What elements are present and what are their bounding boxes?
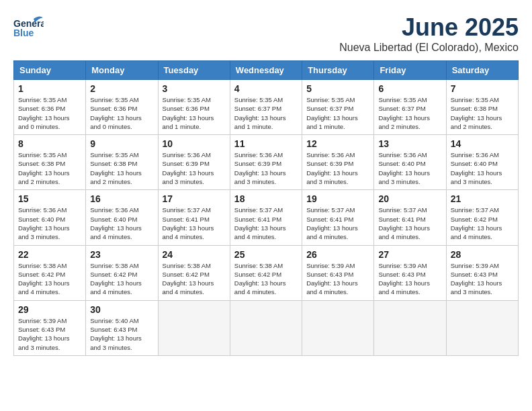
empty-cell: [374, 300, 446, 355]
day-info: Sunrise: 5:37 AMSunset: 6:41 PMDaylight:…: [163, 205, 226, 241]
day-info: Sunrise: 5:39 AMSunset: 6:43 PMDaylight:…: [18, 316, 81, 352]
day-info: Sunrise: 5:36 AMSunset: 6:40 PMDaylight:…: [18, 205, 81, 241]
day-info: Sunrise: 5:36 AMSunset: 6:39 PMDaylight:…: [234, 150, 298, 186]
location-title: Nueva Libertad (El Colorado), Mexico: [339, 42, 519, 54]
day-cell-5: 5Sunrise: 5:35 AMSunset: 6:37 PMDaylight…: [302, 80, 374, 135]
day-number: 15: [18, 193, 81, 204]
day-cell-22: 22Sunrise: 5:38 AMSunset: 6:42 PMDayligh…: [14, 245, 86, 300]
day-cell-8: 8Sunrise: 5:35 AMSunset: 6:38 PMDaylight…: [14, 135, 86, 190]
day-cell-28: 28Sunrise: 5:39 AMSunset: 6:43 PMDayligh…: [446, 245, 518, 300]
day-cell-26: 26Sunrise: 5:39 AMSunset: 6:43 PMDayligh…: [302, 245, 374, 300]
day-cell-7: 7Sunrise: 5:35 AMSunset: 6:38 PMDaylight…: [446, 80, 518, 135]
day-cell-2: 2Sunrise: 5:35 AMSunset: 6:36 PMDaylight…: [86, 80, 158, 135]
day-number: 25: [234, 249, 298, 260]
day-info: Sunrise: 5:35 AMSunset: 6:37 PMDaylight:…: [306, 95, 369, 131]
day-info: Sunrise: 5:36 AMSunset: 6:39 PMDaylight:…: [163, 150, 226, 186]
weekday-header-wednesday: Wednesday: [230, 61, 302, 80]
title-section: June 2025 Nueva Libertad (El Colorado), …: [339, 13, 519, 54]
calendar: SundayMondayTuesdayWednesdayThursdayFrid…: [13, 60, 519, 356]
day-number: 26: [306, 249, 369, 260]
empty-cell: [158, 300, 230, 355]
day-info: Sunrise: 5:37 AMSunset: 6:41 PMDaylight:…: [234, 205, 298, 241]
day-number: 7: [451, 83, 514, 94]
day-cell-24: 24Sunrise: 5:38 AMSunset: 6:42 PMDayligh…: [158, 245, 230, 300]
calendar-row: 1Sunrise: 5:35 AMSunset: 6:36 PMDaylight…: [14, 80, 519, 135]
day-cell-29: 29Sunrise: 5:39 AMSunset: 6:43 PMDayligh…: [14, 300, 86, 355]
weekday-header-monday: Monday: [86, 61, 158, 80]
day-info: Sunrise: 5:39 AMSunset: 6:43 PMDaylight:…: [306, 261, 369, 297]
weekday-header-sunday: Sunday: [14, 61, 86, 80]
calendar-row: 22Sunrise: 5:38 AMSunset: 6:42 PMDayligh…: [14, 245, 519, 300]
day-number: 14: [451, 138, 514, 149]
day-info: Sunrise: 5:35 AMSunset: 6:38 PMDaylight:…: [451, 95, 514, 131]
empty-cell: [230, 300, 302, 355]
day-cell-15: 15Sunrise: 5:36 AMSunset: 6:40 PMDayligh…: [14, 190, 86, 245]
day-info: Sunrise: 5:38 AMSunset: 6:42 PMDaylight:…: [234, 261, 298, 297]
day-cell-10: 10Sunrise: 5:36 AMSunset: 6:39 PMDayligh…: [158, 135, 230, 190]
day-cell-25: 25Sunrise: 5:38 AMSunset: 6:42 PMDayligh…: [230, 245, 302, 300]
day-cell-6: 6Sunrise: 5:35 AMSunset: 6:37 PMDaylight…: [374, 80, 446, 135]
day-info: Sunrise: 5:35 AMSunset: 6:37 PMDaylight:…: [378, 95, 441, 131]
day-number: 10: [163, 138, 226, 149]
calendar-row: 29Sunrise: 5:39 AMSunset: 6:43 PMDayligh…: [14, 300, 519, 355]
day-cell-19: 19Sunrise: 5:37 AMSunset: 6:41 PMDayligh…: [302, 190, 374, 245]
day-info: Sunrise: 5:35 AMSunset: 6:36 PMDaylight:…: [18, 95, 81, 131]
day-cell-23: 23Sunrise: 5:38 AMSunset: 6:42 PMDayligh…: [86, 245, 158, 300]
day-info: Sunrise: 5:37 AMSunset: 6:42 PMDaylight:…: [451, 205, 514, 241]
day-info: Sunrise: 5:38 AMSunset: 6:42 PMDaylight:…: [163, 261, 226, 297]
day-number: 23: [90, 249, 153, 260]
calendar-row: 15Sunrise: 5:36 AMSunset: 6:40 PMDayligh…: [14, 190, 519, 245]
day-cell-9: 9Sunrise: 5:35 AMSunset: 6:38 PMDaylight…: [86, 135, 158, 190]
day-number: 11: [234, 138, 298, 149]
day-info: Sunrise: 5:36 AMSunset: 6:39 PMDaylight:…: [306, 150, 369, 186]
day-number: 5: [306, 83, 369, 94]
day-info: Sunrise: 5:39 AMSunset: 6:43 PMDaylight:…: [451, 261, 514, 297]
day-info: Sunrise: 5:37 AMSunset: 6:41 PMDaylight:…: [306, 205, 369, 241]
day-number: 28: [451, 249, 514, 260]
day-number: 8: [18, 138, 81, 149]
day-info: Sunrise: 5:38 AMSunset: 6:42 PMDaylight:…: [18, 261, 81, 297]
day-info: Sunrise: 5:35 AMSunset: 6:37 PMDaylight:…: [234, 95, 298, 131]
month-title: June 2025: [339, 13, 519, 42]
header: General Blue June 2025 Nueva Libertad (E…: [13, 13, 519, 54]
weekday-header-row: SundayMondayTuesdayWednesdayThursdayFrid…: [14, 61, 519, 80]
day-info: Sunrise: 5:36 AMSunset: 6:40 PMDaylight:…: [451, 150, 514, 186]
empty-cell: [302, 300, 374, 355]
day-number: 22: [18, 249, 81, 260]
day-number: 12: [306, 138, 369, 149]
svg-text:Blue: Blue: [13, 28, 34, 38]
day-cell-21: 21Sunrise: 5:37 AMSunset: 6:42 PMDayligh…: [446, 190, 518, 245]
day-cell-18: 18Sunrise: 5:37 AMSunset: 6:41 PMDayligh…: [230, 190, 302, 245]
weekday-header-tuesday: Tuesday: [158, 61, 230, 80]
day-cell-1: 1Sunrise: 5:35 AMSunset: 6:36 PMDaylight…: [14, 80, 86, 135]
logo-icon: General Blue: [13, 13, 44, 44]
day-number: 4: [234, 83, 298, 94]
day-number: 30: [90, 304, 153, 315]
day-number: 9: [90, 138, 153, 149]
logo: General Blue: [13, 13, 44, 44]
day-info: Sunrise: 5:36 AMSunset: 6:40 PMDaylight:…: [378, 150, 441, 186]
empty-cell: [446, 300, 518, 355]
day-number: 27: [378, 249, 441, 260]
day-info: Sunrise: 5:39 AMSunset: 6:43 PMDaylight:…: [378, 261, 441, 297]
day-number: 29: [18, 304, 81, 315]
day-cell-11: 11Sunrise: 5:36 AMSunset: 6:39 PMDayligh…: [230, 135, 302, 190]
day-info: Sunrise: 5:35 AMSunset: 6:38 PMDaylight:…: [18, 150, 81, 186]
day-number: 13: [378, 138, 441, 149]
day-number: 18: [234, 193, 298, 204]
day-info: Sunrise: 5:35 AMSunset: 6:36 PMDaylight:…: [90, 95, 153, 131]
day-number: 17: [163, 193, 226, 204]
day-cell-4: 4Sunrise: 5:35 AMSunset: 6:37 PMDaylight…: [230, 80, 302, 135]
day-number: 21: [451, 193, 514, 204]
day-number: 19: [306, 193, 369, 204]
day-cell-30: 30Sunrise: 5:40 AMSunset: 6:43 PMDayligh…: [86, 300, 158, 355]
day-number: 2: [90, 83, 153, 94]
day-cell-16: 16Sunrise: 5:36 AMSunset: 6:40 PMDayligh…: [86, 190, 158, 245]
weekday-header-friday: Friday: [374, 61, 446, 80]
day-cell-27: 27Sunrise: 5:39 AMSunset: 6:43 PMDayligh…: [374, 245, 446, 300]
day-info: Sunrise: 5:40 AMSunset: 6:43 PMDaylight:…: [90, 316, 153, 352]
day-number: 1: [18, 83, 81, 94]
day-number: 20: [378, 193, 441, 204]
day-number: 24: [163, 249, 226, 260]
day-cell-12: 12Sunrise: 5:36 AMSunset: 6:39 PMDayligh…: [302, 135, 374, 190]
